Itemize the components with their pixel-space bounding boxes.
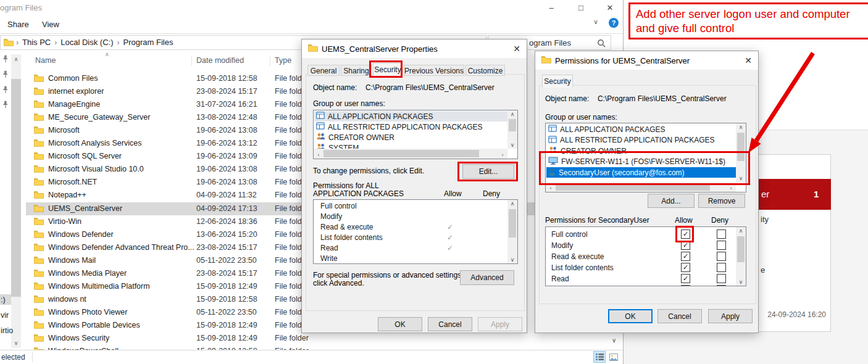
- breadcrumb-item[interactable]: Local Disk (C:): [61, 38, 113, 47]
- scrollbar-thumb[interactable]: [11, 79, 21, 297]
- scrollbar-thumb[interactable]: [737, 236, 745, 262]
- nav-item-fragment[interactable]: vir: [1, 311, 9, 320]
- column-header-date[interactable]: Date modified: [196, 56, 244, 65]
- file-row[interactable]: Windows Security15-09-2018 12:49File fol…: [26, 332, 610, 345]
- nav-item-fragment[interactable]: irtio: [1, 326, 13, 335]
- help-icon[interactable]: ?: [609, 18, 619, 28]
- allow-checkbox[interactable]: [681, 285, 690, 286]
- divider: [191, 56, 192, 66]
- tab-previous-versions[interactable]: Previous Versions: [404, 65, 464, 76]
- deny-checkbox[interactable]: [717, 230, 726, 239]
- thumbnail-view-button[interactable]: [607, 351, 620, 363]
- file-name: Microsoft Analysis Services: [48, 139, 141, 147]
- ok-button[interactable]: OK: [608, 309, 653, 323]
- file-name: Microsoft.NET: [48, 178, 97, 186]
- file-name: Windows Photo Viewer: [48, 308, 127, 316]
- tab-general[interactable]: General: [307, 65, 340, 76]
- group-list-item[interactable]: ALL RESTRICTED APPLICATION PACKAGES: [314, 122, 509, 132]
- list-scroll-down-icon[interactable]: ∨: [612, 337, 616, 344]
- ribbon-tab-share[interactable]: Share: [7, 20, 29, 29]
- ribbon-tab-view[interactable]: View: [42, 20, 59, 29]
- tab-customize[interactable]: Customize: [465, 65, 505, 76]
- file-name: ManageEngine: [48, 100, 100, 109]
- card-timestamp: 24-09-2024 16:20: [751, 310, 826, 319]
- allow-checkbox[interactable]: ✓: [681, 263, 690, 272]
- folder-icon: [541, 56, 551, 65]
- vertical-scrollbar[interactable]: ∧ ∨: [736, 227, 746, 286]
- scroll-left-icon[interactable]: ‹: [314, 150, 323, 159]
- allow-check-icon: ✓: [447, 223, 453, 231]
- folder-icon: [34, 191, 44, 201]
- folder-icon: [34, 126, 44, 136]
- ok-button[interactable]: OK: [378, 317, 422, 331]
- file-date-modified: 23-08-2024 15:17: [196, 243, 257, 252]
- deny-column-label: Deny: [711, 216, 728, 225]
- scroll-up-icon[interactable]: ∧: [507, 110, 517, 119]
- scroll-down-icon[interactable]: ∨: [736, 277, 746, 286]
- ribbon-collapse-icon[interactable]: ∨: [593, 18, 598, 26]
- remove-button[interactable]: Remove: [698, 194, 745, 208]
- close-icon[interactable]: ✕: [513, 44, 520, 54]
- file-date-modified: 23-08-2024 15:17: [196, 87, 257, 96]
- breadcrumb-item[interactable]: Program Files: [123, 38, 173, 47]
- vertical-scrollbar[interactable]: ∧ ∨: [507, 200, 517, 263]
- scroll-down-icon[interactable]: ∨: [11, 338, 21, 348]
- column-header-name[interactable]: Name: [35, 56, 56, 65]
- tab-sharing[interactable]: Sharing: [341, 65, 372, 76]
- nav-scrollbar[interactable]: ∧ ∨: [11, 54, 21, 348]
- cancel-button[interactable]: Cancel: [428, 317, 472, 331]
- scrollbar-thumb[interactable]: [509, 119, 516, 131]
- scrollbar-thumb[interactable]: [509, 209, 516, 238]
- deny-checkbox[interactable]: [717, 274, 726, 283]
- tab-security[interactable]: Security: [542, 75, 573, 88]
- close-button[interactable]: ✕: [601, 2, 619, 14]
- nav-item-fragment[interactable]: :): [1, 296, 6, 304]
- app-packages-icon: [548, 125, 557, 134]
- pin-icon: [2, 101, 10, 109]
- details-view-button[interactable]: [593, 351, 606, 363]
- group-list-item[interactable]: ALL APPLICATION PACKAGES: [546, 124, 737, 134]
- horizontal-scrollbar[interactable]: ‹ ›: [314, 149, 507, 159]
- group-list-item[interactable]: ALL RESTRICTED APPLICATION PACKAGES: [546, 135, 737, 146]
- file-row[interactable]: WindowsPowerShell15-09-2018 12:58File fo…: [26, 345, 610, 350]
- file-date-modified: 19-06-2024 13:08: [196, 178, 257, 186]
- add-button[interactable]: Add...: [648, 194, 695, 208]
- divider: [270, 56, 270, 66]
- file-date-modified: 31-07-2024 16:21: [196, 100, 257, 109]
- deny-checkbox[interactable]: [717, 285, 726, 286]
- scroll-up-icon[interactable]: ∧: [736, 226, 746, 236]
- maximize-button[interactable]: □: [572, 2, 590, 14]
- deny-checkbox[interactable]: [717, 263, 726, 272]
- scroll-down-icon[interactable]: ∨: [507, 255, 517, 264]
- scrollbar-thumb[interactable]: [323, 150, 479, 157]
- permission-list[interactable]: Full controlModifyRead & execute✓List fo…: [313, 199, 518, 264]
- file-name: Windows Portable Devices: [48, 321, 140, 329]
- file-date-modified: 19-06-2024 13:09: [196, 152, 257, 160]
- card-header-text: er: [761, 189, 769, 199]
- scroll-up-icon[interactable]: ∧: [11, 54, 21, 64]
- cancel-button[interactable]: Cancel: [657, 309, 702, 323]
- minimize-button[interactable]: –: [542, 2, 561, 14]
- permission-list[interactable]: Full control✓Modify✓Read & execute✓List …: [545, 226, 746, 286]
- scroll-right-icon[interactable]: ›: [498, 150, 507, 159]
- allow-checkbox[interactable]: ✓: [681, 252, 690, 261]
- deny-checkbox[interactable]: [717, 252, 726, 261]
- file-name: Common Files: [48, 74, 98, 83]
- allow-column-label: Allow: [675, 216, 693, 225]
- breadcrumb-item[interactable]: This PC: [22, 38, 51, 47]
- vertical-scrollbar[interactable]: ∧ ∨: [507, 110, 517, 149]
- group-list-item[interactable]: CREATOR OWNER: [314, 132, 509, 143]
- scroll-down-icon[interactable]: ∨: [507, 140, 517, 150]
- group-list[interactable]: ALL APPLICATION PACKAGESALL RESTRICTED A…: [313, 110, 518, 159]
- column-header-type[interactable]: Type: [275, 56, 291, 65]
- allow-checkbox[interactable]: ✓: [681, 274, 690, 283]
- apply-button[interactable]: Apply: [708, 309, 753, 323]
- group-list-item[interactable]: ALL APPLICATION PACKAGES: [314, 111, 509, 122]
- folder-icon: [34, 74, 44, 84]
- file-date-modified: 04-09-2024 11:32: [196, 191, 257, 199]
- deny-checkbox[interactable]: [717, 241, 726, 250]
- file-name: windows nt: [48, 295, 86, 304]
- group-name: ALL RESTRICTED APPLICATION PACKAGES: [328, 123, 483, 131]
- advanced-button[interactable]: Advanced: [460, 270, 514, 285]
- scroll-up-icon[interactable]: ∧: [507, 199, 517, 209]
